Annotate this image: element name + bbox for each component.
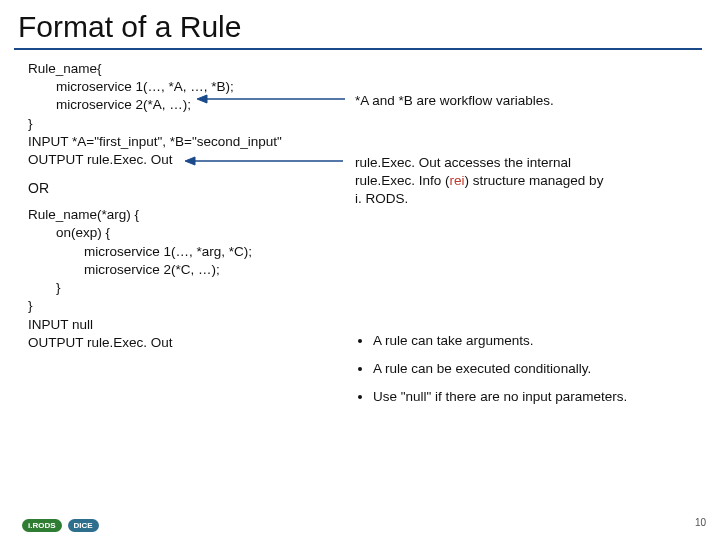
badge-dice: DICE	[68, 519, 99, 532]
slide-body: Rule_name{ microservice 1(…, *A, …, *B);…	[0, 54, 720, 352]
code-line: INPUT null	[28, 316, 702, 334]
code-line: }	[28, 115, 702, 133]
code-line: on(exp) {	[28, 224, 702, 242]
svg-marker-1	[197, 95, 207, 103]
title-underline	[14, 48, 702, 50]
code-line: Rule_name{	[28, 60, 702, 78]
bullet-item: A rule can be executed conditionally.	[373, 360, 627, 378]
badge-irods: i.RODS	[22, 519, 62, 532]
note-workflow-vars: *A and *B are workflow variables.	[355, 92, 554, 110]
arrow-icon	[197, 92, 347, 106]
code-line: Rule_name(*arg) {	[28, 206, 702, 224]
code-line: }	[28, 297, 702, 315]
code-line: microservice 1(…, *arg, *C);	[28, 243, 702, 261]
code-line: microservice 2(*C, …);	[28, 261, 702, 279]
code-line: INPUT *A="first_input", *B="second_input…	[28, 133, 702, 151]
rei-highlight: rei	[450, 173, 465, 188]
bullet-item: A rule can take arguments.	[373, 332, 627, 350]
footer-badges: i.RODS DICE	[22, 519, 99, 532]
bullet-item: Use "null" if there are no input paramet…	[373, 388, 627, 406]
note-rule-exec-out: rule.Exec. Out accesses the internal rul…	[355, 154, 605, 209]
svg-marker-3	[185, 157, 195, 165]
code-line: }	[28, 279, 702, 297]
page-number: 10	[695, 517, 706, 528]
arrow-icon	[185, 154, 345, 168]
slide-title: Format of a Rule	[0, 0, 720, 48]
bullet-list: A rule can take arguments. A rule can be…	[355, 332, 627, 417]
